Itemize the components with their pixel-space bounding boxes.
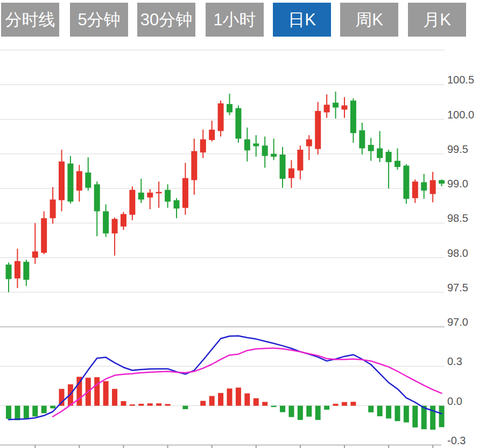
macd-bar [112,389,117,405]
candle [430,172,436,202]
candle [15,249,20,288]
candle-body [41,218,47,253]
dea-polyline [53,348,442,417]
candle-body [182,178,188,208]
kline-widget: 100.5100.099.599.098.598.097.597.0 0.30.… [0,0,486,448]
candle-body [165,190,171,202]
timeframe-toolbar: 分时线 5分钟 30分钟 1小时 日K 周K 月K [0,0,486,38]
x-axis [0,445,441,448]
main-y-axis-labels: 100.5100.099.599.098.598.097.597.0 [447,74,474,328]
candle-body [121,214,126,227]
candle-body [209,130,215,140]
candle-body [85,172,91,187]
candle-body [341,106,347,110]
macd-bar [333,404,339,406]
candle-body [59,162,65,200]
tab-30min[interactable]: 30分钟 [137,3,195,37]
candle [112,218,118,256]
candle-body [421,182,427,190]
macd-bar [306,406,312,417]
candle [76,165,82,201]
tab-weekly-k[interactable]: 周K [340,3,398,37]
candle-body [359,130,365,148]
macd-bar [404,406,409,423]
candle-wick [273,138,274,160]
candle [262,137,268,168]
candle-body [262,145,268,156]
candle [59,150,65,211]
y-axis-label: 0.3 [447,355,462,367]
candle-body [32,251,38,258]
macd-bar [315,406,321,420]
macd-bar [377,406,383,417]
macd-bar [103,381,109,406]
macd-bar [430,406,435,430]
macd-bar [342,402,347,406]
macd-bar [156,403,161,405]
candle-body [333,103,339,108]
candle [227,94,233,115]
macd-bar [244,394,250,406]
candle [350,99,356,143]
macd-bar [130,404,135,405]
candle [121,212,126,230]
macd-bar [288,406,294,417]
candle [41,211,47,254]
macd-bar [182,406,188,409]
candle [218,101,224,137]
macd-bar [412,406,418,428]
candle [288,160,294,187]
macd-bar [218,393,223,406]
candle [271,138,277,160]
candle [324,94,330,118]
macd-bar [395,406,400,422]
y-axis-label: 98.5 [447,212,468,224]
macd-bar [147,403,153,405]
macd-bar [41,406,47,414]
candle-body [403,166,409,199]
dif-line [9,336,442,419]
candle-body [191,151,197,180]
tab-monthly-k[interactable]: 月K [408,3,466,37]
candle [377,131,383,162]
candle [439,179,445,186]
candle [235,106,241,143]
candle-body [280,155,286,179]
candle-body [129,190,135,215]
macd-bar [94,377,100,405]
candle-body [368,145,374,151]
macd-bar [368,406,374,412]
candle [306,135,312,160]
tab-5min[interactable]: 5分钟 [70,3,128,37]
macd-bar [200,401,206,405]
tab-1hour[interactable]: 1小时 [206,3,264,37]
candle [67,156,73,204]
candle-body [15,261,20,278]
candle-wick [308,135,309,160]
candle-body [200,139,206,152]
candle [209,121,215,142]
candle [386,150,392,188]
y-axis-label: 97.5 [447,282,468,293]
y-axis-label: 99.5 [447,143,468,155]
macd-bar [386,406,391,419]
candle-body [315,111,321,149]
candle [23,260,29,286]
y-axis-label: 98.0 [447,247,468,259]
candle-body [235,108,241,139]
candle [333,92,339,118]
candle-body [67,164,73,202]
y-axis-label: 100.0 [447,109,474,121]
tab-daily-k[interactable]: 日K [273,3,331,37]
candle-body [324,105,330,113]
kline-chart-svg[interactable]: 100.5100.099.599.098.598.097.597.0 0.30.… [0,0,486,448]
macd-bar [50,406,55,409]
macd-histogram [6,377,445,430]
candle-body [386,152,392,162]
candle-wick [34,223,36,264]
tab-minute-line[interactable]: 分时线 [1,3,59,37]
candle-body [412,181,418,198]
macd-bar [421,406,427,430]
macd-bar [32,406,38,417]
candle [50,187,56,223]
